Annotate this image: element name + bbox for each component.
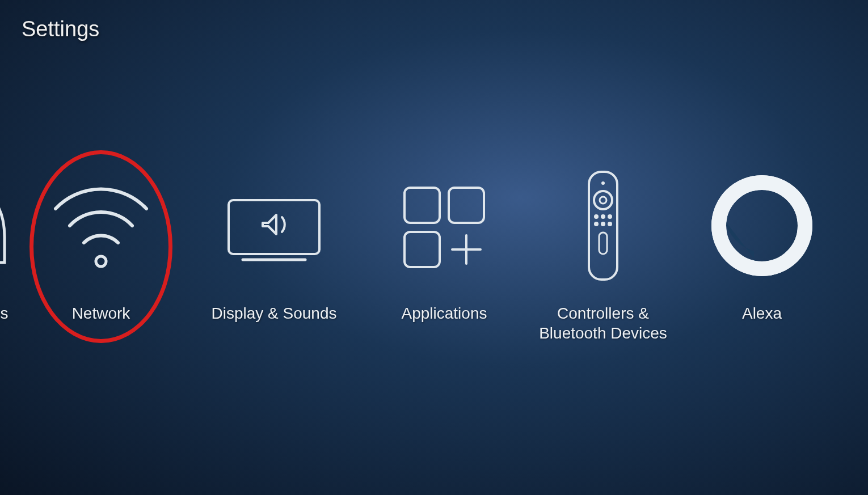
apps-grid-icon [393,170,495,281]
svg-point-11 [600,197,606,204]
svg-point-14 [608,214,612,219]
settings-tile-network[interactable]: Network [27,170,175,323]
wifi-icon [44,170,158,281]
settings-tile-partial[interactable]: tions [0,170,17,323]
svg-rect-18 [599,232,607,254]
settings-row: tions Network Display & Sounds [0,170,868,343]
tile-label-display: Display & Sounds [211,303,336,323]
tile-label-applications: Applications [402,303,487,323]
page-title: Settings [22,17,99,41]
svg-rect-1 [229,200,319,254]
svg-point-12 [594,214,599,219]
tv-speaker-icon [217,170,331,281]
svg-rect-5 [404,232,440,267]
tile-label-network: Network [72,303,130,323]
tile-label-controllers: Controllers & Bluetooth Devices [535,303,671,343]
svg-point-13 [601,214,605,219]
svg-point-16 [601,222,605,226]
bell-icon [0,170,28,281]
svg-point-15 [594,222,599,226]
settings-tile-controllers[interactable]: Controllers & Bluetooth Devices [532,170,674,343]
tile-label-alexa: Alexa [742,303,782,323]
svg-point-0 [96,256,106,266]
settings-tile-applications[interactable]: Applications [373,170,515,323]
alexa-icon [711,170,813,281]
svg-point-9 [601,181,605,185]
svg-point-17 [608,222,612,226]
tile-label-partial: tions [0,303,9,323]
remote-icon [569,170,637,281]
settings-tile-display[interactable]: Display & Sounds [197,170,351,323]
svg-rect-4 [449,188,484,223]
svg-point-20 [719,183,805,269]
svg-point-10 [594,191,612,209]
svg-rect-3 [404,188,440,223]
settings-tile-alexa[interactable]: Alexa [691,170,833,323]
